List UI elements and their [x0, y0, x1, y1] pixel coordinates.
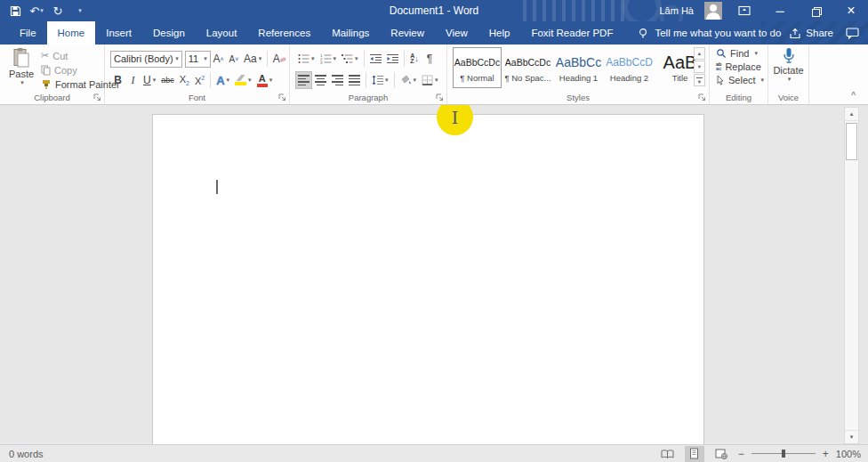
font-dialog-launcher[interactable] — [278, 93, 286, 101]
justify-button[interactable] — [346, 71, 363, 89]
format-painter-icon — [41, 79, 52, 90]
zoom-out-button[interactable]: − — [738, 448, 744, 460]
scroll-up-icon[interactable]: ▴ — [845, 108, 858, 121]
styles-group: AaBbCcDc ¶ Normal AaBbCcDc ¶ No Spac... … — [447, 45, 710, 104]
line-spacing-button[interactable]: ▾ — [369, 71, 391, 89]
tab-foxit-reader-pdf[interactable]: Foxit Reader PDF — [520, 21, 623, 45]
replace-button[interactable]: abac Replace — [716, 61, 764, 72]
zoom-level[interactable]: 100% — [836, 449, 861, 459]
shading-button[interactable]: ▾ — [398, 71, 420, 89]
decrease-indent-button[interactable] — [367, 50, 384, 68]
minimize-button[interactable]: ─ — [767, 0, 793, 21]
increase-indent-button[interactable] — [384, 50, 401, 68]
ribbon-display-options-icon[interactable] — [731, 0, 758, 21]
multilevel-list-button[interactable]: ▾ — [339, 50, 361, 68]
font-name-combo[interactable]: Calibri (Body)▾ — [110, 51, 182, 68]
styles-scroll-down-icon[interactable]: ▾ — [694, 61, 705, 73]
web-layout-button[interactable] — [711, 446, 731, 462]
align-right-button[interactable] — [329, 71, 346, 89]
borders-button[interactable]: ▾ — [419, 71, 441, 89]
close-button[interactable]: × — [838, 0, 864, 21]
paste-button[interactable]: Paste ▾ — [5, 47, 37, 99]
grow-font-button[interactable]: A˄ — [211, 50, 227, 68]
show-formatting-marks-button[interactable]: ¶ — [422, 50, 438, 68]
paste-dropdown[interactable]: ▾ — [20, 79, 24, 86]
share-button[interactable]: Share — [789, 28, 833, 39]
shrink-font-button[interactable]: A˅ — [226, 50, 241, 68]
read-mode-button[interactable] — [658, 446, 678, 462]
tell-me-box[interactable]: Tell me what you want to do — [638, 21, 781, 45]
zoom-slider[interactable] — [751, 453, 816, 454]
user-avatar[interactable] — [704, 2, 722, 20]
underline-button[interactable]: U▾ — [141, 71, 158, 89]
style-normal[interactable]: AaBbCcDc ¶ Normal — [453, 47, 502, 88]
style-heading-1[interactable]: AaBbCc Heading 1 — [554, 47, 603, 88]
replace-icon: abac — [716, 62, 721, 71]
increase-indent-icon — [387, 53, 398, 64]
styles-gallery-more-icon[interactable]: ▾ — [694, 74, 705, 86]
tab-mailings[interactable]: Mailings — [321, 21, 380, 45]
numbering-icon: 123 — [320, 53, 332, 64]
tab-view[interactable]: View — [435, 21, 478, 45]
strikethrough-button[interactable]: abc — [158, 71, 177, 89]
shading-icon — [400, 75, 412, 85]
change-case-button[interactable]: Aa▾ — [241, 50, 263, 68]
clipboard-dialog-launcher[interactable] — [93, 93, 101, 101]
sort-button[interactable]: AZ↓ — [407, 50, 422, 68]
align-left-button[interactable] — [295, 71, 312, 89]
undo-button[interactable]: ↶▾ — [28, 2, 44, 20]
document-area: I ▴ ▾ — [0, 105, 868, 444]
print-layout-button[interactable] — [685, 446, 704, 462]
word-count[interactable]: 0 words — [0, 449, 44, 459]
styles-scroll-up-icon[interactable]: ▴ — [694, 47, 705, 60]
tab-file[interactable]: File — [9, 21, 47, 45]
scrollbar-thumb[interactable] — [846, 123, 857, 160]
align-center-button[interactable] — [312, 71, 329, 89]
font-size-combo[interactable]: 11▾ — [185, 51, 211, 68]
tab-insert[interactable]: Insert — [95, 21, 142, 45]
italic-button[interactable]: I — [125, 71, 141, 89]
tab-design[interactable]: Design — [142, 21, 196, 45]
scissors-icon: ✂ — [41, 50, 49, 61]
ribbon-tab-row: File Home Insert Design Layout Reference… — [0, 21, 868, 45]
find-button[interactable]: Find▾ — [716, 48, 764, 59]
font-group: Calibri (Body)▾ 11▾ A˄ A˅ Aa▾ A B I U▾ a… — [105, 45, 290, 104]
vertical-scrollbar[interactable]: ▴ ▾ — [844, 107, 859, 444]
zoom-in-button[interactable]: + — [823, 448, 829, 460]
styles-dialog-launcher[interactable] — [698, 93, 706, 101]
tab-review[interactable]: Review — [380, 21, 435, 45]
customize-qat-button[interactable]: ▾ — [72, 2, 88, 20]
font-color-button[interactable]: A▾ — [254, 71, 276, 89]
restore-button[interactable] — [802, 0, 829, 21]
dictate-button[interactable]: Dictate ▾ — [768, 47, 808, 83]
style-heading-2[interactable]: AaBbCcD Heading 2 — [605, 47, 654, 88]
scroll-down-icon[interactable]: ▾ — [845, 430, 858, 443]
redo-button[interactable]: ↻ — [50, 2, 66, 20]
superscript-button[interactable]: X2 — [192, 71, 207, 89]
style-no-spacing[interactable]: AaBbCcDc ¶ No Spac... — [503, 47, 552, 88]
collapse-ribbon-icon[interactable]: ^ — [851, 91, 856, 101]
comments-icon[interactable] — [846, 28, 859, 39]
bold-button[interactable]: B — [110, 71, 125, 89]
subscript-button[interactable]: X2 — [177, 71, 192, 89]
select-button[interactable]: Select▾ — [716, 75, 764, 85]
borders-icon — [422, 75, 433, 85]
paste-label: Paste — [9, 69, 34, 79]
numbering-button[interactable]: 123▾ — [317, 50, 340, 68]
tab-help[interactable]: Help — [478, 21, 521, 45]
text-effects-button[interactable]: A▾ — [213, 71, 232, 89]
paragraph-dialog-launcher[interactable] — [436, 93, 444, 101]
bullets-button[interactable]: ▾ — [295, 50, 317, 68]
zoom-slider-thumb[interactable] — [782, 450, 785, 458]
copy-icon — [41, 65, 51, 76]
signed-in-user[interactable]: Lâm Hà — [659, 5, 694, 16]
tab-references[interactable]: References — [247, 21, 321, 45]
tab-layout[interactable]: Layout — [196, 21, 248, 45]
font-color-icon: A — [257, 74, 268, 87]
styles-gallery-scroll: ▴ ▾ ▾ — [694, 47, 705, 86]
save-icon[interactable] — [7, 2, 23, 20]
tab-home[interactable]: Home — [47, 21, 96, 45]
document-page[interactable] — [152, 114, 704, 444]
text-highlight-button[interactable]: ▾ — [232, 71, 254, 89]
clear-formatting-button[interactable]: A — [270, 50, 289, 68]
